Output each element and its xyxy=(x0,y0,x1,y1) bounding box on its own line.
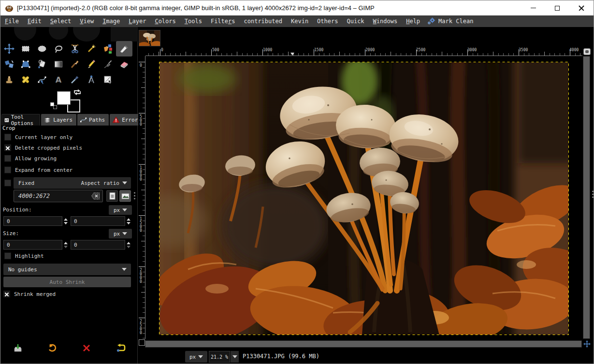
tool-gradient-button[interactable] xyxy=(50,56,67,72)
shrink-merged-checkbox[interactable] xyxy=(3,291,10,297)
tool-ellipse-select-button[interactable] xyxy=(34,41,50,56)
h-scrollbar-thumb[interactable] xyxy=(145,341,581,347)
image-tab-thumbnail[interactable] xyxy=(139,30,160,46)
swap-colors-button[interactable] xyxy=(73,88,82,96)
size-width-stepper[interactable] xyxy=(62,240,69,250)
statusbar-unit-dropdown[interactable]: px xyxy=(185,351,207,363)
expand-from-center-checkbox[interactable] xyxy=(4,167,11,173)
allow-growing-checkbox[interactable] xyxy=(4,155,11,162)
tool-crop-button[interactable] xyxy=(116,41,132,56)
menu-item-colors[interactable]: Colors xyxy=(150,15,180,27)
tab-layers[interactable]: Layers xyxy=(41,114,76,126)
menu-item-file[interactable]: File xyxy=(0,15,23,27)
menu-item-image[interactable]: Image xyxy=(98,15,124,27)
menu-item-tools[interactable]: Tools xyxy=(180,15,206,27)
menu-item-windows[interactable]: Windows xyxy=(369,15,402,27)
tool-measure-button[interactable] xyxy=(83,72,100,87)
tool-rectangle-select-button[interactable] xyxy=(17,41,34,56)
tool-clone-button[interactable] xyxy=(1,72,17,87)
aspect-ratio-input[interactable]: 4000:2672 xyxy=(14,190,103,202)
zoom-fit-toggle[interactable] xyxy=(583,48,591,55)
menu-item-select[interactable]: Select xyxy=(46,15,75,27)
portrait-orientation-button[interactable] xyxy=(106,190,118,202)
position-unit-dropdown[interactable]: px xyxy=(109,205,132,215)
v-ruler-label: 500 xyxy=(139,114,143,126)
position-y-stepper[interactable] xyxy=(125,216,131,226)
image-canvas[interactable] xyxy=(159,62,569,335)
tool-text-button[interactable]: A xyxy=(50,72,67,87)
clear-input-icon[interactable] xyxy=(91,193,100,199)
tab-paths[interactable]: Paths xyxy=(77,114,109,126)
current-layer-only-checkbox[interactable] xyxy=(4,134,11,140)
rectangle-select-icon xyxy=(20,43,31,54)
tool-fuzzy-select-button[interactable] xyxy=(83,41,100,56)
v-scrollbar-thumb[interactable] xyxy=(583,56,590,338)
tab-tool-options[interactable]: Tool Options xyxy=(1,114,40,126)
delete-cropped-pixels-checkbox[interactable] xyxy=(4,144,11,151)
position-x-input[interactable]: 0 xyxy=(3,216,62,226)
minimize-button[interactable] xyxy=(521,0,545,15)
save-tool-preset-button[interactable] xyxy=(8,340,28,356)
menu-item-edit[interactable]: Edit xyxy=(23,15,46,27)
vertical-ruler[interactable]: 05001000150020002500 xyxy=(138,56,145,339)
tool-paintbrush-button[interactable] xyxy=(67,56,83,72)
tool-zoom-button[interactable] xyxy=(100,72,116,87)
fixed-checkbox[interactable] xyxy=(4,180,11,186)
delete-tool-preset-button[interactable] xyxy=(76,340,97,356)
menu-item-layer[interactable]: Layer xyxy=(124,15,150,27)
horizontal-scrollbar[interactable] xyxy=(145,340,582,348)
statusbar-zoom-input[interactable]: 21.2 % xyxy=(209,351,230,363)
menu-item-help[interactable]: Help xyxy=(402,15,424,27)
maximize-button[interactable] xyxy=(545,0,569,15)
highlight-checkbox[interactable] xyxy=(4,252,11,259)
tool-unified-transform-button[interactable] xyxy=(17,56,34,72)
menu-item-quick[interactable]: Quick xyxy=(342,15,368,27)
h-ruler-label: 4000 xyxy=(569,48,579,52)
menu-item-filters[interactable]: Filters xyxy=(206,15,240,27)
landscape-orientation-button[interactable] xyxy=(119,190,131,202)
statusbar-zoom-dropdown[interactable] xyxy=(231,351,239,363)
fixed-mode-dropdown[interactable]: Fixed Aspect ratio xyxy=(14,177,131,189)
vertical-scrollbar[interactable] xyxy=(583,56,590,339)
tool-move-button[interactable] xyxy=(1,41,17,56)
script-menu-entry[interactable]: Mark Clean xyxy=(427,17,473,25)
size-height-stepper[interactable] xyxy=(125,240,131,250)
foreground-color-swatch[interactable] xyxy=(57,91,71,105)
tool-select-by-color-button[interactable] xyxy=(100,41,116,56)
size-width-input[interactable]: 0 xyxy=(3,240,62,250)
restore-tool-preset-button[interactable] xyxy=(42,340,62,356)
tool-eraser-button[interactable] xyxy=(116,56,132,72)
tool-paths-button[interactable] xyxy=(34,72,50,87)
tool-pencil-button[interactable] xyxy=(83,56,100,72)
menu-item-view[interactable]: View xyxy=(75,15,98,27)
navigation-button[interactable] xyxy=(583,340,591,348)
default-colors-button[interactable] xyxy=(50,102,57,109)
tool-free-select-button[interactable] xyxy=(50,41,67,56)
canvas-viewport[interactable] xyxy=(145,56,582,339)
tool-ink-button[interactable] xyxy=(100,56,116,72)
reset-tool-options-button[interactable] xyxy=(111,340,131,356)
quick-mask-toggle[interactable] xyxy=(139,339,145,346)
panel-grip[interactable] xyxy=(134,191,135,201)
close-button[interactable] xyxy=(569,0,594,15)
tool-color-picker-button[interactable] xyxy=(67,72,83,87)
portrait-icon xyxy=(109,192,116,200)
guides-dropdown[interactable]: No guides xyxy=(3,264,131,275)
move-icon xyxy=(4,43,14,54)
horizontal-ruler[interactable]: 05001000150020002500300035004000 xyxy=(145,48,582,56)
menu-item-contributed[interactable]: contributed xyxy=(240,15,287,27)
fuzzy-select-icon xyxy=(86,43,97,54)
tool-scissors-select-button[interactable] xyxy=(67,41,83,56)
auto-shrink-button[interactable]: Auto Shrink xyxy=(3,277,131,287)
size-height-input[interactable]: 0 xyxy=(71,240,125,250)
position-x-stepper[interactable] xyxy=(62,216,69,226)
tool-heal-button[interactable] xyxy=(17,72,34,87)
window-edge-grip[interactable] xyxy=(592,189,594,199)
ruler-corner xyxy=(138,48,145,56)
tool-bucket-fill-button[interactable] xyxy=(34,56,50,72)
tool-rotate-button[interactable] xyxy=(1,56,17,72)
size-unit-dropdown[interactable]: px xyxy=(109,229,132,238)
position-y-input[interactable]: 0 xyxy=(71,216,125,226)
menu-item-others[interactable]: Others xyxy=(313,15,342,27)
menu-item-kevin[interactable]: Kevin xyxy=(287,15,313,27)
